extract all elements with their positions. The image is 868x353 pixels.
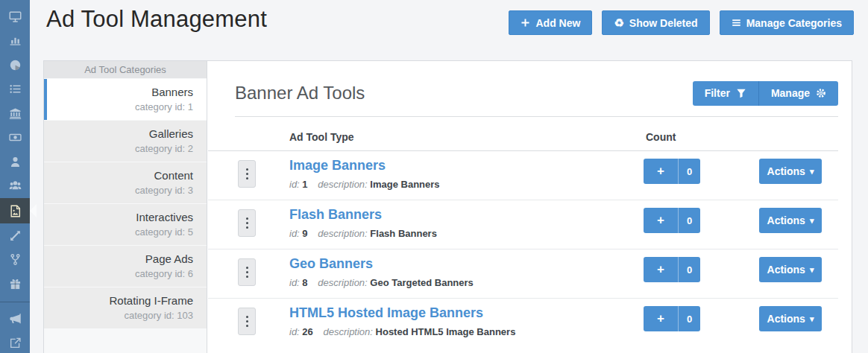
table-row: Geo Banners id: 8 description: Geo Targe… — [208, 249, 838, 299]
sidebar-item-code-fork[interactable] — [0, 248, 30, 273]
sidebar-item-ad-tools[interactable] — [0, 198, 30, 223]
actions-button[interactable]: Actions ▾ — [759, 257, 822, 282]
category-item-page-ads[interactable]: Page Ads category id: 6 — [44, 246, 207, 287]
gear-icon — [816, 88, 826, 98]
description-value: Image Banners — [370, 179, 439, 190]
category-item-rotating-iframe[interactable]: Rotating I-Frame category id: 103 — [44, 287, 207, 328]
row-meta: id: 9 description: Flash Banners — [289, 228, 437, 239]
row-menu-button[interactable] — [238, 209, 256, 237]
heading-divider — [235, 116, 838, 117]
show-deleted-button[interactable]: ♻ Show Deleted — [602, 10, 709, 35]
id-label: id: — [289, 228, 300, 239]
count-badge[interactable]: 0 — [678, 257, 700, 282]
id-value: 1 — [302, 179, 307, 190]
sidebar-item-expand[interactable] — [0, 223, 30, 248]
megaphone-icon — [9, 312, 22, 325]
table-row: Image Banners id: 1 description: Image B… — [208, 151, 838, 200]
row-menu-button[interactable] — [238, 160, 256, 188]
column-ad-tool-type: Ad Tool Type — [289, 131, 354, 143]
category-item-content[interactable]: Content category id: 3 — [44, 162, 207, 203]
content-toolbar: Filter Manage — [693, 81, 838, 106]
row-menu-button[interactable] — [238, 258, 256, 286]
row-meta: id: 8 description: Geo Targeted Banners — [289, 277, 474, 288]
add-new-button[interactable]: Add New — [509, 10, 592, 35]
sidebar-item-reports[interactable] — [0, 29, 30, 54]
description-value: Geo Targeted Banners — [370, 277, 473, 288]
description-label: description: — [318, 179, 367, 190]
sidebar-item-announcements[interactable] — [0, 307, 30, 331]
id-value: 8 — [302, 277, 307, 288]
count-badge[interactable]: 0 — [678, 208, 700, 233]
caret-down-icon: ▾ — [810, 217, 814, 225]
table-header: Ad Tool Type Count — [208, 127, 838, 151]
id-label: id: — [289, 277, 300, 288]
row-meta: id: 26 description: Hosted HTML5 Image B… — [289, 326, 515, 337]
count-badge[interactable]: 0 — [678, 306, 700, 331]
bar-chart-icon — [9, 34, 22, 47]
bank-icon — [9, 107, 22, 120]
sidebar-item-gift[interactable] — [0, 272, 30, 296]
id-value: 26 — [302, 326, 312, 337]
user-icon — [9, 156, 22, 168]
description-value: Flash Banners — [370, 228, 437, 239]
page-title: Ad Tool Management — [46, 6, 267, 33]
ad-tool-link[interactable]: HTML5 Hosted Image Banners — [289, 305, 483, 321]
code-fork-icon — [9, 253, 22, 266]
sidebar-divider — [0, 302, 30, 302]
manage-categories-button[interactable]: Manage Categories — [720, 10, 854, 35]
header-buttons: Add New ♻ Show Deleted Manage Categories — [509, 10, 854, 35]
globe-icon — [9, 59, 22, 71]
add-count-button[interactable]: + — [644, 159, 678, 184]
sidebar-item-user[interactable] — [0, 150, 30, 174]
icon-sidebar — [0, 0, 30, 353]
id-label: id: — [289, 179, 300, 190]
category-item-interactives[interactable]: Interactives category id: 5 — [44, 204, 207, 245]
image-file-icon — [9, 205, 22, 217]
description-value: Hosted HTML5 Image Banners — [376, 326, 516, 337]
row-menu-button[interactable] — [238, 308, 256, 335]
row-meta: id: 1 description: Image Banners — [289, 179, 440, 190]
caret-down-icon: ▾ — [810, 266, 814, 274]
description-label: description: — [318, 228, 367, 239]
recycle-icon: ♻ — [614, 17, 623, 28]
content-title: Banner Ad Tools — [235, 83, 365, 104]
count-control: + 0 — [644, 257, 700, 282]
count-control: + 0 — [644, 306, 700, 331]
sidebar-item-lists[interactable] — [0, 77, 30, 102]
id-label: id: — [289, 326, 300, 337]
caret-down-icon: ▾ — [810, 168, 814, 176]
add-count-button[interactable]: + — [644, 306, 678, 331]
manage-button[interactable]: Manage — [758, 81, 838, 106]
desktop-icon — [9, 10, 22, 23]
content-area: Banner Ad Tools Filter Manage Ad Tool Ty… — [208, 61, 852, 353]
ad-tool-link[interactable]: Image Banners — [289, 158, 386, 174]
sidebar-item-billing[interactable] — [0, 126, 30, 150]
plus-icon — [521, 18, 530, 28]
filter-button[interactable]: Filter — [693, 81, 758, 106]
id-value: 9 — [302, 228, 307, 239]
sidebar-item-users[interactable] — [0, 174, 30, 199]
money-icon — [9, 131, 22, 144]
ad-tool-link[interactable]: Geo Banners — [289, 256, 373, 272]
actions-button[interactable]: Actions ▾ — [759, 306, 822, 331]
share-icon — [9, 337, 22, 349]
table-row: HTML5 Hosted Image Banners id: 26 descri… — [208, 299, 838, 348]
sidebar-item-globe[interactable] — [0, 53, 30, 77]
add-count-button[interactable]: + — [644, 208, 678, 233]
description-label: description: — [323, 326, 372, 337]
sidebar-item-share[interactable] — [0, 331, 30, 353]
category-item-banners[interactable]: Banners category id: 1 — [44, 79, 207, 120]
actions-button[interactable]: Actions ▾ — [759, 159, 822, 184]
add-count-button[interactable]: + — [644, 257, 678, 282]
ad-tool-link[interactable]: Flash Banners — [289, 207, 382, 223]
count-badge[interactable]: 0 — [678, 159, 700, 184]
category-item-galleries[interactable]: Galleries category id: 2 — [44, 121, 207, 162]
sidebar-item-bank[interactable] — [0, 101, 30, 126]
count-control: + 0 — [644, 208, 700, 233]
list-bars-icon — [732, 18, 741, 28]
actions-button[interactable]: Actions ▾ — [759, 208, 822, 233]
list-icon — [9, 83, 22, 95]
sidebar-item-desktop[interactable] — [0, 4, 30, 29]
count-control: + 0 — [644, 159, 700, 184]
table-row: Flash Banners id: 9 description: Flash B… — [208, 200, 838, 249]
